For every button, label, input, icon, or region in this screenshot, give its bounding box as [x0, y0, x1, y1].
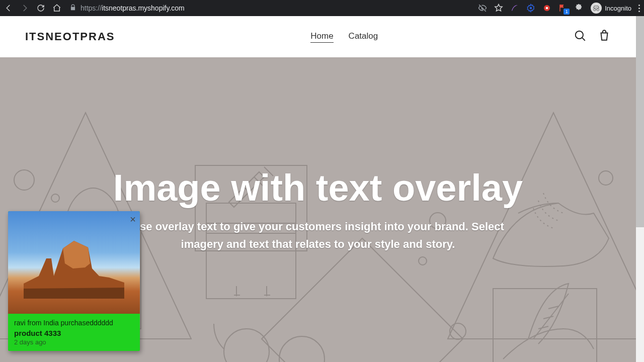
browser-toolbar: https://itsneotpras.myshopify.com: [0, 0, 644, 16]
svg-point-8: [51, 194, 59, 202]
ext-gear-icon[interactable]: [526, 4, 535, 13]
svg-point-3: [576, 31, 583, 39]
scrollbar[interactable]: [636, 16, 644, 362]
main-nav: Home Catalog: [115, 31, 574, 43]
ext-flag-icon[interactable]: [558, 4, 568, 13]
svg-point-17: [450, 323, 466, 339]
search-icon[interactable]: [574, 29, 587, 44]
home-button[interactable]: [52, 4, 61, 13]
svg-point-2: [546, 7, 548, 10]
url-text: https://itsneotpras.myshopify.com: [80, 4, 185, 12]
scrollbar-thumb[interactable]: [636, 16, 644, 227]
star-icon[interactable]: [494, 4, 503, 13]
popup-timestamp: 2 days ago: [14, 338, 134, 346]
svg-point-15: [419, 257, 427, 265]
popup-body: ravi from India purchasedddddd product 4…: [8, 314, 140, 351]
svg-point-16: [599, 171, 613, 185]
reload-button[interactable]: [36, 4, 45, 13]
lock-icon: [69, 4, 76, 13]
site-logo[interactable]: ITSNEOTPRAS: [25, 30, 115, 43]
extensions-icon[interactable]: [575, 4, 584, 13]
ext-feather-icon[interactable]: [510, 4, 519, 13]
ext-record-icon[interactable]: [542, 4, 551, 13]
cart-icon[interactable]: [598, 29, 611, 44]
popup-illustration: [24, 228, 124, 299]
incognito-icon: [591, 3, 602, 14]
sales-popup[interactable]: × ravi from India purchasedddddd product…: [8, 211, 140, 351]
svg-point-13: [279, 336, 325, 362]
svg-rect-18: [493, 289, 597, 362]
site-header: ITSNEOTPRAS Home Catalog: [0, 16, 636, 57]
address-bar[interactable]: https://itsneotpras.myshopify.com: [69, 4, 185, 13]
hero-title: Image with text overlay: [113, 166, 523, 209]
eye-off-icon[interactable]: [478, 4, 487, 13]
svg-point-12: [224, 329, 269, 362]
svg-point-0: [530, 7, 532, 10]
close-icon[interactable]: ×: [130, 214, 136, 224]
nav-home[interactable]: Home: [310, 31, 333, 43]
back-button[interactable]: [4, 4, 13, 13]
forward-button[interactable]: [20, 4, 29, 13]
popup-product[interactable]: product 4333: [14, 329, 134, 337]
nav-catalog[interactable]: Catalog: [349, 31, 378, 43]
hero-subtitle: Use overlay text to give your customers …: [122, 218, 514, 252]
popup-message: ravi from India purchasedddddd: [14, 319, 134, 327]
incognito-chip[interactable]: Incognito: [591, 3, 631, 14]
chrome-menu-button[interactable]: [638, 5, 640, 12]
svg-point-7: [14, 170, 34, 190]
incognito-label: Incognito: [605, 5, 631, 12]
popup-image: ×: [8, 211, 140, 314]
